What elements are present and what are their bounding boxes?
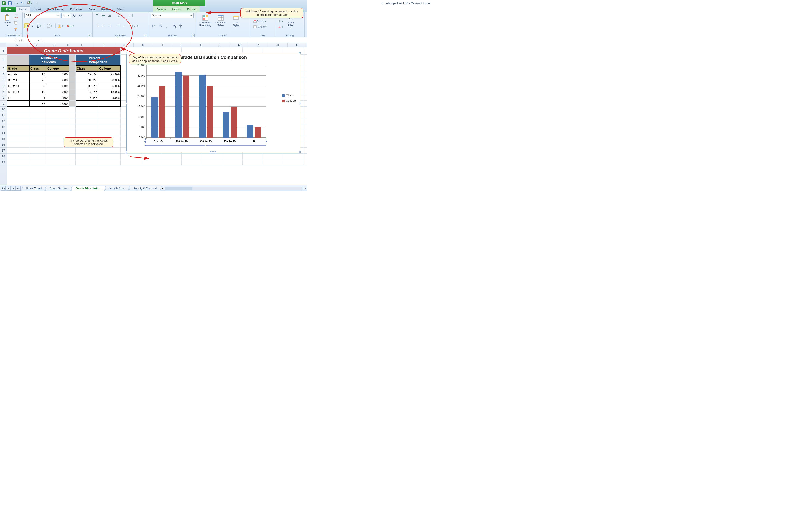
row-header[interactable]: 3	[0, 66, 7, 71]
cell[interactable]: College	[46, 66, 69, 71]
cell[interactable]	[303, 124, 307, 130]
cut-icon[interactable]	[13, 14, 19, 19]
cell[interactable]	[98, 130, 121, 136]
cell[interactable]	[7, 136, 29, 142]
cell[interactable]: Class	[76, 66, 98, 71]
cell[interactable]	[141, 154, 161, 159]
cell[interactable]	[7, 142, 29, 148]
row-header[interactable]: 5	[0, 77, 7, 83]
tab-formulas[interactable]: Formulas	[67, 7, 86, 12]
wrap-text-icon[interactable]	[128, 13, 134, 18]
row-header[interactable]: 17	[0, 148, 7, 154]
cell[interactable]	[29, 159, 46, 165]
cell[interactable]	[243, 154, 263, 159]
tab-layout[interactable]: Layout	[169, 7, 184, 12]
tab-data[interactable]: Data	[86, 7, 98, 12]
cell[interactable]	[29, 148, 46, 154]
cell[interactable]	[46, 159, 69, 165]
cell[interactable]	[7, 148, 29, 154]
cell[interactable]	[98, 154, 121, 159]
tab-home[interactable]: Home	[16, 6, 31, 12]
column-header[interactable]: J	[172, 43, 191, 47]
percent-icon[interactable]: %	[158, 23, 163, 29]
column-header[interactable]: F	[93, 43, 114, 47]
cell[interactable]	[303, 112, 307, 118]
cell[interactable]	[98, 148, 121, 154]
tab-format[interactable]: Format	[184, 7, 200, 12]
increase-font-icon[interactable]: A▴	[72, 13, 77, 18]
cell[interactable]	[303, 154, 307, 159]
cell[interactable]: College	[98, 66, 121, 71]
scrollbar-right[interactable]: ▸	[303, 186, 307, 190]
cell[interactable]	[29, 118, 46, 124]
row-header[interactable]: 6	[0, 83, 7, 89]
qat-customize-icon[interactable]: ▾	[35, 1, 40, 6]
cell[interactable]	[69, 89, 76, 95]
cell[interactable]	[303, 89, 307, 95]
row-header[interactable]: 1	[0, 48, 7, 55]
tab-review[interactable]: Review	[98, 7, 114, 12]
italic-button[interactable]: I	[30, 23, 35, 29]
cell[interactable]	[7, 159, 29, 165]
cell[interactable]	[303, 77, 307, 83]
cell[interactable]	[69, 118, 76, 124]
cell[interactable]	[222, 159, 243, 165]
cell[interactable]	[7, 124, 29, 130]
underline-button[interactable]: U▾	[36, 23, 43, 29]
cell[interactable]	[303, 142, 307, 148]
cell[interactable]: 19.5%	[76, 71, 98, 77]
cell[interactable]: Number ofStudents	[29, 55, 69, 66]
cell[interactable]: 25.0%	[98, 83, 121, 89]
cell[interactable]	[76, 118, 98, 124]
cell[interactable]	[69, 71, 76, 77]
row-header[interactable]: 8	[0, 95, 7, 101]
fill-color-button[interactable]: ▾	[57, 23, 65, 29]
cell[interactable]	[202, 154, 222, 159]
cell[interactable]	[7, 112, 29, 118]
cell[interactable]	[76, 101, 98, 107]
x-axis-selection[interactable]	[145, 139, 266, 146]
cell[interactable]	[46, 118, 69, 124]
chart-legend[interactable]: Class College	[282, 94, 296, 102]
cell[interactable]: 500	[46, 83, 69, 89]
format-cells-button[interactable]: Format ▾	[252, 24, 273, 29]
row-header[interactable]: 11	[0, 112, 7, 118]
column-header[interactable]: A	[6, 43, 28, 47]
align-right-icon[interactable]	[107, 23, 112, 29]
redo-icon[interactable]: ▾	[19, 1, 24, 6]
sheet-tab[interactable]: Grade Distribution	[71, 186, 106, 191]
row-header[interactable]: 14	[0, 130, 7, 136]
comma-icon[interactable]: ,	[164, 23, 169, 29]
column-header[interactable]: K	[191, 43, 210, 47]
cell[interactable]	[141, 159, 161, 165]
cell[interactable]	[303, 118, 307, 124]
cell[interactable]	[69, 55, 76, 66]
cell[interactable]	[303, 107, 307, 112]
chart-handle[interactable]	[299, 151, 301, 153]
orientation-icon[interactable]: ab▾	[116, 13, 124, 18]
cell[interactable]: Grade Distribution	[7, 48, 121, 55]
sheet-nav-prev[interactable]: ◂	[6, 186, 11, 191]
cell[interactable]: F	[7, 95, 29, 101]
cell[interactable]	[69, 130, 76, 136]
cell[interactable]	[69, 107, 76, 112]
worksheet-grid[interactable]: ABCDEFGHIJKLMNOP 12345678910111213141516…	[0, 43, 307, 185]
cell[interactable]	[7, 101, 29, 107]
cell[interactable]	[46, 112, 69, 118]
align-bottom-icon[interactable]	[107, 13, 112, 18]
tab-view[interactable]: View	[114, 7, 127, 12]
cell[interactable]: 6.1%	[76, 95, 98, 101]
font-color-button[interactable]: A▾	[66, 23, 76, 29]
excel-icon[interactable]: X	[1, 1, 6, 6]
sheet-tab[interactable]: Supply & Demand	[129, 186, 161, 191]
chart-handle[interactable]	[126, 103, 128, 104]
cell[interactable]	[182, 154, 202, 159]
cell[interactable]: 500	[46, 71, 69, 77]
chart-handle[interactable]	[126, 151, 128, 153]
cell[interactable]: 5	[29, 95, 46, 101]
cell[interactable]: Grade	[7, 66, 29, 71]
name-box[interactable]: Chart 3▾	[0, 39, 40, 42]
row-header[interactable]: 13	[0, 124, 7, 130]
row-header[interactable]: 16	[0, 142, 7, 148]
cell[interactable]	[202, 159, 222, 165]
